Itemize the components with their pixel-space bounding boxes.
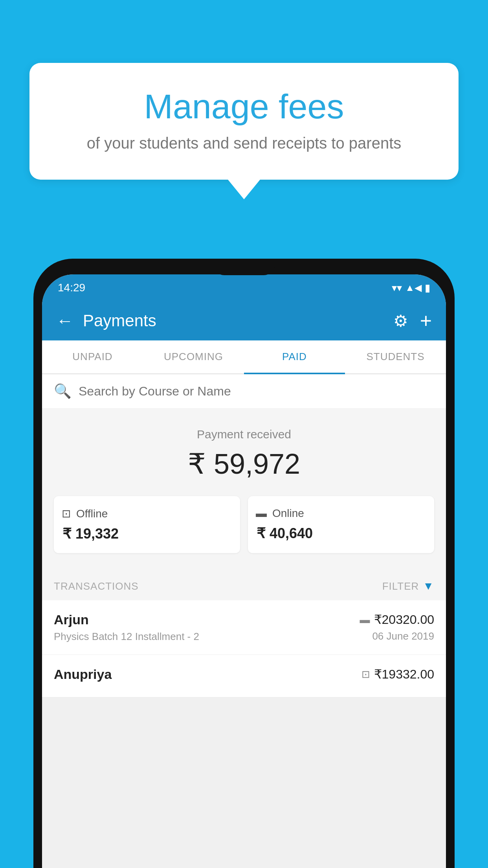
transaction-amount: ₹20320.00	[374, 612, 434, 627]
payment-summary: Payment received ₹ 59,972 ⊡ Offline ₹ 19…	[42, 408, 446, 569]
tab-unpaid[interactable]: UNPAID	[42, 340, 143, 374]
online-amount: ₹ 40,640	[256, 525, 426, 542]
tab-students[interactable]: STUDENTS	[345, 340, 446, 374]
tab-bar: UNPAID UPCOMING PAID STUDENTS	[42, 340, 446, 374]
transaction-name: Arjun	[54, 612, 360, 627]
transaction-info: Anupriya	[54, 667, 361, 685]
phone-notch	[213, 259, 275, 275]
settings-icon[interactable]: ⚙	[393, 311, 408, 331]
total-amount: ₹ 59,972	[54, 447, 434, 480]
add-button[interactable]: +	[420, 309, 432, 333]
transaction-meta: ▬ ₹20320.00 06 June 2019	[360, 612, 434, 642]
phone-screen: 14:29 ▾▾ ▲◀ ▮ ← Payments ⚙ + UNPAID UPCO…	[42, 274, 446, 868]
tab-upcoming[interactable]: UPCOMING	[143, 340, 244, 374]
status-bar: 14:29 ▾▾ ▲◀ ▮	[42, 274, 446, 301]
online-payment-icon: ▬	[360, 614, 370, 626]
transaction-row: Anupriya ⊡ ₹19332.00	[42, 655, 446, 697]
transactions-header: TRANSACTIONS FILTER ▼	[42, 569, 446, 600]
online-card: ▬ Online ₹ 40,640	[248, 496, 434, 553]
transaction-row: Arjun Physics Batch 12 Installment - 2 ▬…	[42, 600, 446, 655]
payment-received-label: Payment received	[54, 428, 434, 441]
transaction-date: 06 June 2019	[372, 630, 434, 642]
filter-icon: ▼	[423, 580, 434, 592]
bubble-subtitle: of your students and send receipts to pa…	[61, 134, 427, 152]
online-icon: ▬	[256, 507, 267, 520]
phone-frame: 14:29 ▾▾ ▲◀ ▮ ← Payments ⚙ + UNPAID UPCO…	[33, 259, 455, 868]
search-bar: 🔍	[42, 374, 446, 408]
search-input[interactable]	[79, 384, 434, 399]
transaction-meta: ⊡ ₹19332.00	[361, 667, 434, 682]
search-icon: 🔍	[54, 383, 72, 399]
bubble-title: Manage fees	[61, 86, 427, 127]
transaction-info: Arjun Physics Batch 12 Installment - 2	[54, 612, 360, 643]
app-header: ← Payments ⚙ +	[42, 301, 446, 340]
battery-icon: ▮	[425, 282, 430, 294]
offline-card-header: ⊡ Offline	[62, 507, 232, 520]
transaction-amount-row: ▬ ₹20320.00	[360, 612, 434, 627]
online-label: Online	[272, 507, 304, 520]
transactions-label: TRANSACTIONS	[54, 580, 139, 592]
content-area: 🔍 Payment received ₹ 59,972 ⊡ Offline ₹ …	[42, 374, 446, 868]
transaction-detail: Physics Batch 12 Installment - 2	[54, 631, 360, 643]
wifi-icon: ▾▾	[392, 282, 402, 294]
payment-cards: ⊡ Offline ₹ 19,332 ▬ Online ₹ 40,640	[54, 496, 434, 553]
transaction-name: Anupriya	[54, 667, 361, 682]
signal-icon: ▲◀	[405, 282, 422, 293]
offline-card: ⊡ Offline ₹ 19,332	[54, 496, 240, 553]
tab-paid[interactable]: PAID	[244, 340, 345, 374]
status-time: 14:29	[58, 281, 85, 294]
offline-label: Offline	[76, 508, 108, 520]
page-title: Payments	[83, 311, 393, 330]
transaction-amount: ₹19332.00	[374, 667, 434, 682]
filter-label: FILTER	[382, 580, 419, 592]
offline-icon: ⊡	[62, 507, 71, 520]
speech-bubble: Manage fees of your students and send re…	[29, 63, 459, 180]
filter-button[interactable]: FILTER ▼	[382, 580, 434, 592]
transaction-amount-row: ⊡ ₹19332.00	[361, 667, 434, 682]
offline-amount: ₹ 19,332	[62, 526, 232, 542]
offline-payment-icon: ⊡	[361, 668, 370, 680]
status-icons: ▾▾ ▲◀ ▮	[392, 282, 430, 294]
back-button[interactable]: ←	[56, 311, 73, 331]
online-card-header: ▬ Online	[256, 507, 426, 520]
